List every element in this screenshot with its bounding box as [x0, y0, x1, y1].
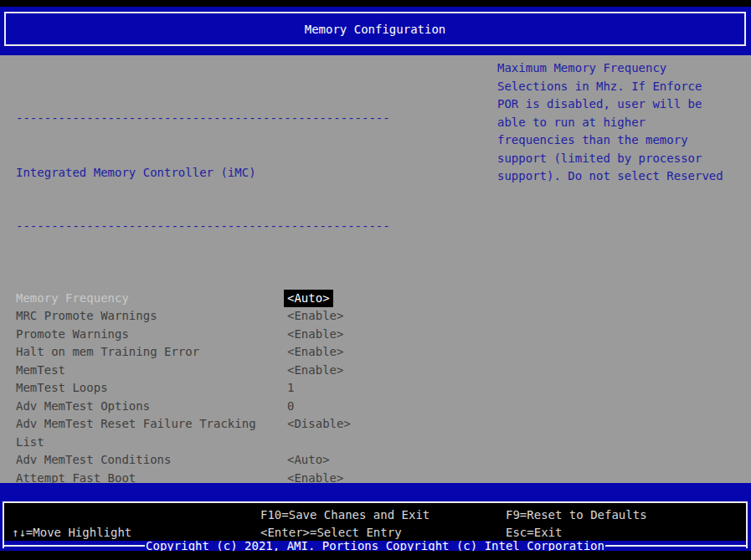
menu-item-label: Promote Warnings	[16, 326, 287, 344]
section-header-block: ----------------------------------------…	[16, 74, 489, 272]
menu-item[interactable]: Adv MemTest Reset Failure Tracking List<…	[16, 415, 489, 451]
menu-item-label: Adv MemTest Conditions	[16, 451, 287, 470]
menu-item-value: <Enable>	[287, 343, 343, 362]
menu-item-label: Adv MemTest Reset Failure Tracking List	[16, 415, 287, 451]
section-divider: ----------------------------------------…	[16, 110, 489, 128]
title-box: Memory Configuration	[4, 12, 746, 46]
section-divider: ----------------------------------------…	[16, 218, 489, 236]
hotkey-hint: F10=Save Chanes and Exit	[260, 506, 506, 524]
help-text-line: POR is disabled, user will be	[497, 95, 747, 114]
page-title: Memory Configuration	[305, 23, 446, 36]
bottom-black-strip	[0, 551, 751, 560]
help-pane: Maximum Memory FrequencySelections in Mh…	[497, 59, 747, 186]
menu-item-label: Halt on mem Training Error	[16, 343, 287, 362]
menu-item[interactable]: Promote Warnings<Enable>	[16, 326, 489, 344]
menu-item-label: MemTest	[16, 362, 287, 380]
help-text-line: Selections in Mhz. If Enforce	[497, 78, 747, 96]
main-content: ----------------------------------------…	[0, 55, 751, 483]
menu-item[interactable]: Adv MemTest Options0	[16, 398, 489, 416]
hotkey-hint: Esc=Exit	[506, 524, 746, 542]
menu-item-label: Memory Frequency	[16, 290, 287, 308]
menu-item-value: <Enable>	[287, 307, 343, 326]
help-text-line: support). Do not select Reserved	[497, 167, 747, 186]
help-text-line: able to run at higher	[497, 114, 747, 132]
hotkey-hint	[12, 506, 260, 524]
help-text-line: support (limited by processor	[497, 150, 747, 168]
bios-setup-screen: Memory Configuration -------------------…	[0, 0, 751, 560]
help-text-line: frequencies than the memory	[497, 131, 747, 150]
menu-item-label: MemTest Loops	[16, 379, 287, 398]
menu-item-value: 0	[287, 398, 294, 416]
menu-item-value-selected: <Auto>	[284, 290, 333, 308]
menu-item[interactable]: Memory Frequency<Auto>	[16, 290, 489, 308]
menu-item-value: <Enable>	[287, 362, 343, 380]
hotkey-hint: F9=Reset to Defaults	[506, 506, 746, 524]
section-title: Integrated Memory Controller (iMC)	[16, 164, 489, 182]
menu-item[interactable]: MRC Promote Warnings<Enable>	[16, 307, 489, 326]
menu-item[interactable]: MemTest<Enable>	[16, 362, 489, 380]
menu-item[interactable]: MemTest Loops1	[16, 379, 489, 398]
menu-item-label: MRC Promote Warnings	[16, 307, 287, 326]
top-black-strip	[0, 0, 751, 7]
menu-item-label: Adv MemTest Options	[16, 398, 287, 416]
menu-item[interactable]: Adv MemTest Conditions<Auto>	[16, 451, 489, 470]
title-bar: Memory Configuration	[0, 7, 751, 55]
menu-item-value: <Auto>	[287, 451, 330, 470]
hotkey-hint: ↑↓=Move Highlight	[12, 524, 260, 542]
menu-item-value: <Enable>	[287, 326, 343, 344]
menu-item[interactable]: Halt on mem Training Error<Enable>	[16, 343, 489, 362]
hotkey-hints: F10=Save Chanes and ExitF9=Reset to Defa…	[4, 503, 746, 541]
help-text-line: Maximum Memory Frequency	[497, 59, 747, 78]
menu-item-value: 1	[287, 379, 294, 398]
menu-item-value: <Disable>	[287, 415, 351, 434]
hotkey-hint: <Enter>=Select Entry	[260, 524, 506, 542]
